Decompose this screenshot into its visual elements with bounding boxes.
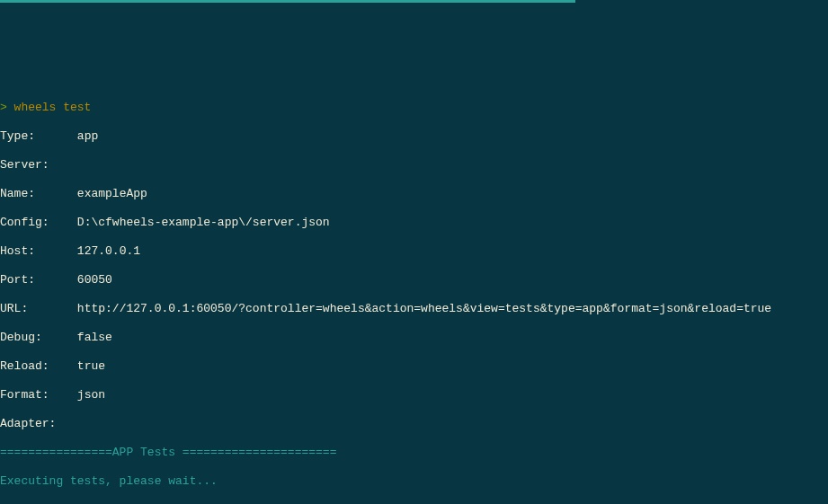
info-row-port: Port: 60050 — [0, 273, 828, 287]
info-row-type: Type: app — [0, 129, 828, 144]
info-value: true — [77, 359, 105, 373]
prompt-caret: > — [0, 101, 14, 114]
window-tab-strip — [0, 0, 575, 3]
info-row-adapter: Adapter: — [0, 417, 828, 431]
terminal-output[interactable]: > wheels test Type: app Server: Name: ex… — [0, 86, 828, 504]
info-row-host: Host: 127.0.0.1 — [0, 244, 828, 259]
info-row-debug: Debug: false — [0, 331, 828, 345]
info-label: Type: — [0, 129, 77, 143]
info-value: json — [77, 388, 105, 402]
info-value: 127.0.0.1 — [77, 244, 140, 258]
info-label: Server: — [0, 158, 49, 172]
info-value: app — [77, 129, 98, 143]
info-label: Debug: — [0, 331, 77, 344]
info-label: Port: — [0, 273, 77, 287]
info-value: false — [77, 331, 112, 344]
prompt-line: > wheels test — [0, 101, 828, 115]
section-executing: Executing tests, please wait... — [0, 474, 828, 489]
info-row-name: Name: exampleApp — [0, 187, 828, 201]
info-label: Name: — [0, 187, 77, 200]
info-label: Format: — [0, 388, 77, 402]
info-label: Host: — [0, 244, 77, 258]
info-label: URL: — [0, 302, 77, 315]
section-app-tests: ================APP Tests ==============… — [0, 446, 828, 460]
info-label: Adapter: — [0, 417, 56, 430]
info-value: 60050 — [77, 273, 112, 287]
info-row-reload: Reload: true — [0, 359, 828, 374]
info-label: Config: — [0, 216, 77, 229]
prompt-command: wheels test — [14, 101, 92, 114]
info-row-config: Config: D:\cfwheels-example-app\/server.… — [0, 216, 828, 230]
info-row-format: Format: json — [0, 388, 828, 402]
info-row-server: Server: — [0, 158, 828, 172]
info-value: D:\cfwheels-example-app\/server.json — [77, 216, 330, 229]
info-row-url: URL: http://127.0.0.1:60050/?controller=… — [0, 302, 828, 316]
info-label: Reload: — [0, 359, 77, 373]
info-value: http://127.0.0.1:60050/?controller=wheel… — [77, 302, 771, 315]
info-value: exampleApp — [77, 187, 147, 200]
